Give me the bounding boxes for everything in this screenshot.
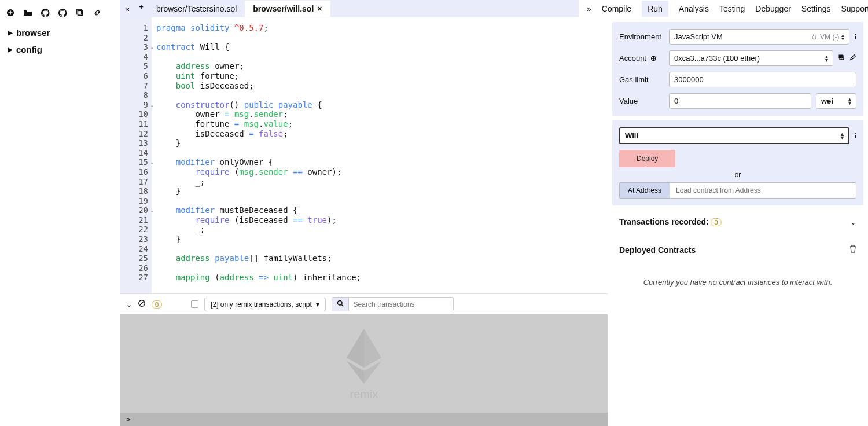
tree-folder-config[interactable]: ▶config [6, 41, 120, 58]
close-icon[interactable]: × [317, 4, 322, 13]
env-value: JavaScript VM [674, 32, 723, 41]
account-label: Account ⊕ [619, 54, 664, 63]
info-icon[interactable]: i [854, 131, 856, 141]
nav-compile[interactable]: Compile [602, 1, 631, 17]
select-arrows-icon: ▴▾ [841, 34, 844, 41]
deployed-contracts-section: Deployed Contracts [612, 238, 863, 262]
nav-settings[interactable]: Settings [801, 1, 831, 17]
file-explorer-sidebar: ▶browser ▶config [0, 0, 120, 426]
deployed-label: Deployed Contracts [619, 245, 696, 255]
dropdown-label: [2] only remix transactions, script [211, 300, 312, 309]
search-icon[interactable] [332, 298, 349, 311]
run-panel: Environment JavaScript VM VM (-) ▴▾ i Ac… [608, 17, 868, 426]
nav-analysis[interactable]: Analysis [679, 1, 709, 17]
svg-point-4 [337, 301, 342, 306]
select-arrows-icon: ▴▾ [825, 55, 828, 62]
tab-will[interactable]: browser/will.sol× [245, 1, 330, 17]
env-select[interactable]: JavaScript VM VM (-) ▴▾ [669, 29, 849, 45]
empty-contracts-msg: Currently you have no contract instances… [608, 266, 868, 298]
tx-filter-dropdown[interactable]: [2] only remix transactions, script ▾ [204, 298, 325, 311]
unit-value: wei [821, 97, 833, 105]
caret-right-icon: ▶ [8, 46, 13, 53]
file-toolbar [0, 5, 120, 24]
top-nav: » Compile Run Analysis Testing Debugger … [579, 0, 868, 17]
file-tree: ▶browser ▶config [0, 24, 120, 58]
new-file-icon[interactable] [6, 8, 15, 17]
vm-badge: VM (-) [820, 33, 839, 41]
pending-badge: 0 [152, 300, 162, 309]
tree-label: browser [16, 28, 50, 38]
svg-rect-7 [839, 55, 843, 59]
tab-testersino[interactable]: browser/Testersino.sol [148, 1, 245, 17]
at-address-input[interactable] [670, 182, 856, 199]
listen-checkbox[interactable] [191, 300, 198, 308]
or-label: or [619, 171, 856, 179]
add-tab-icon[interactable]: + [137, 2, 146, 11]
code-content[interactable]: pragma solidity ^0.5.7; contract Will { … [152, 17, 608, 293]
tree-label: config [16, 45, 42, 54]
select-arrows-icon: ▴▾ [841, 133, 844, 139]
ethereum-logo-icon: remix [329, 326, 399, 401]
info-icon[interactable]: i [854, 32, 856, 42]
account-select[interactable]: 0xca3...a733c (100 ether) ▴▾ [669, 50, 833, 66]
folder-open-icon[interactable] [23, 8, 32, 17]
trash-icon[interactable] [849, 245, 856, 255]
tx-recorded-section[interactable]: Transactions recorded: 0 ⌄ [612, 210, 863, 233]
tree-folder-browser[interactable]: ▶browser [6, 24, 120, 41]
env-label: Environment [619, 32, 664, 41]
account-value: 0xca3...a733c (100 ether) [674, 54, 760, 63]
expand-down-icon[interactable]: ⌄ [126, 300, 132, 309]
deploy-section: Will▴▾ i Deploy or At Address [612, 120, 863, 205]
copy-icon[interactable] [75, 8, 84, 17]
value-label: Value [619, 97, 664, 105]
value-input[interactable]: 0 [669, 93, 811, 109]
contract-name: Will [625, 131, 638, 140]
line-gutter: 123▾456789▾101112131415▾1617181920▾21222… [120, 17, 152, 293]
caret-right-icon: ▶ [8, 30, 13, 36]
tx-count-badge: 0 [711, 218, 721, 226]
tab-label: browser/will.sol [253, 4, 314, 13]
terminal-toolbar: ⌄ 0 [2] only remix transactions, script … [120, 293, 608, 314]
gas-input[interactable]: 3000000 [669, 72, 856, 87]
nav-testing[interactable]: Testing [719, 1, 745, 17]
add-account-icon[interactable]: ⊕ [650, 54, 657, 63]
nav-run[interactable]: Run [642, 1, 668, 17]
at-address-button[interactable]: At Address [619, 182, 670, 199]
tx-search [332, 297, 454, 311]
collapse-right-icon[interactable]: » [587, 4, 591, 13]
contract-select[interactable]: Will▴▾ [619, 127, 849, 144]
nav-debugger[interactable]: Debugger [755, 1, 791, 17]
github-icon[interactable] [41, 8, 50, 17]
link-icon[interactable] [93, 8, 102, 17]
search-input[interactable] [349, 298, 453, 311]
github-icon-2[interactable] [58, 8, 67, 17]
select-arrows-icon: ▴▾ [848, 98, 851, 105]
deploy-button[interactable]: Deploy [619, 150, 675, 167]
clear-icon[interactable] [138, 299, 146, 309]
plug-icon [811, 34, 818, 41]
value-value: 0 [674, 97, 678, 105]
tab-label: browser/Testersino.sol [156, 4, 237, 13]
editor-area: « + browser/Testersino.sol browser/will.… [120, 0, 608, 426]
value-unit-select[interactable]: wei▴▾ [816, 93, 856, 109]
edit-icon[interactable] [849, 54, 856, 63]
editor-tabs: « + browser/Testersino.sol browser/will.… [120, 0, 608, 17]
gas-label: Gas limit [619, 75, 664, 84]
tx-recorded-label: Transactions recorded: [619, 217, 709, 226]
collapse-left-icon[interactable]: « [123, 4, 132, 13]
code-editor[interactable]: 123▾456789▾101112131415▾1617181920▾21222… [120, 17, 608, 293]
svg-text:remix: remix [350, 388, 378, 401]
gas-value: 3000000 [674, 75, 704, 84]
nav-support[interactable]: Support [841, 1, 868, 17]
chevron-down-icon[interactable]: ⌄ [850, 218, 856, 226]
terminal-prompt[interactable]: > [120, 413, 608, 426]
run-settings: Environment JavaScript VM VM (-) ▴▾ i Ac… [612, 22, 863, 116]
copy-icon[interactable] [838, 54, 845, 63]
terminal-output[interactable]: remix [120, 314, 608, 413]
